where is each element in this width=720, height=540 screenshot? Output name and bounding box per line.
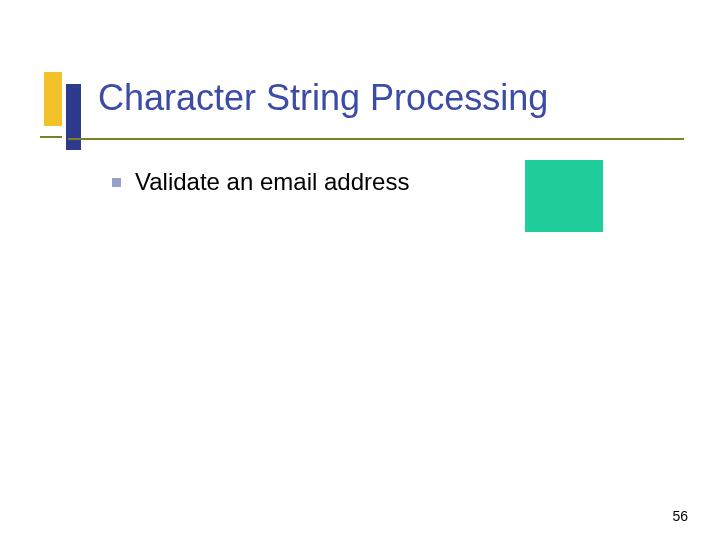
yellow-accent-block: [44, 72, 62, 126]
bullet-square-icon: [112, 178, 121, 187]
olive-accent-line: [40, 136, 62, 138]
title-underline: [68, 138, 684, 140]
title-decoration: [40, 72, 90, 172]
slide-title: Character String Processing: [98, 78, 660, 118]
navy-accent-block: [66, 84, 81, 150]
green-action-button[interactable]: [525, 160, 603, 232]
list-item: Validate an email address: [112, 168, 409, 196]
bullet-list: Validate an email address: [112, 168, 409, 196]
page-number: 56: [672, 508, 688, 524]
bullet-text: Validate an email address: [135, 168, 409, 196]
slide-title-area: Character String Processing: [98, 78, 660, 118]
